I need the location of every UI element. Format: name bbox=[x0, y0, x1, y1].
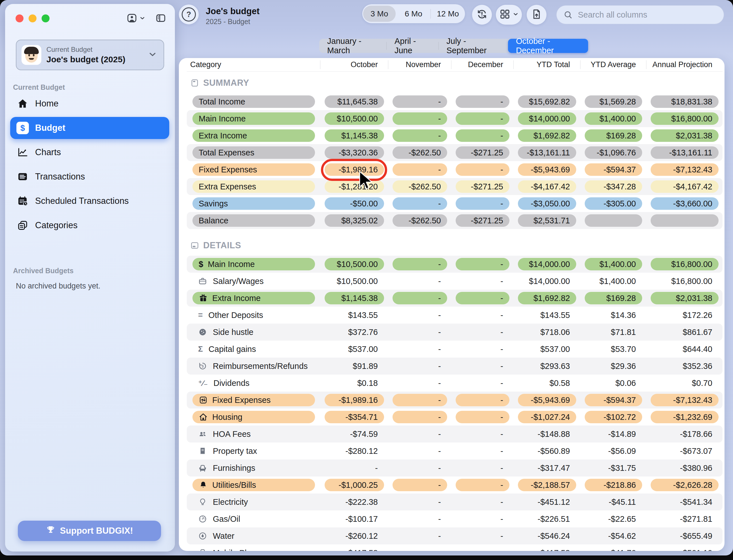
value-cell[interactable]: -$5,943.69 bbox=[513, 161, 580, 178]
value-cell[interactable]: -$102.72 bbox=[580, 409, 646, 426]
value-cell[interactable]: -$7,132.43 bbox=[646, 161, 723, 178]
value-cell[interactable]: $0.58 bbox=[513, 375, 580, 392]
category-cell[interactable]: Side hustle bbox=[187, 324, 320, 341]
value-cell[interactable]: - bbox=[451, 127, 513, 144]
value-cell[interactable]: - bbox=[388, 409, 451, 426]
value-cell[interactable]: -$5,943.69 bbox=[513, 392, 580, 409]
value-cell[interactable]: $0.06 bbox=[580, 375, 646, 392]
value-cell[interactable]: $1,569.28 bbox=[580, 93, 646, 110]
column-header-category[interactable]: Category bbox=[187, 58, 320, 71]
value-cell[interactable]: $1,145.38 bbox=[320, 127, 388, 144]
value-cell[interactable]: -$280.12 bbox=[320, 443, 388, 459]
value-cell[interactable]: - bbox=[451, 544, 513, 551]
value-cell[interactable]: -$594.37 bbox=[580, 392, 646, 409]
value-cell[interactable]: - bbox=[388, 443, 451, 459]
category-cell[interactable]: Furnishings bbox=[187, 459, 320, 476]
value-cell[interactable]: $293.63 bbox=[513, 358, 580, 375]
value-cell[interactable]: $372.76 bbox=[320, 324, 388, 341]
category-cell[interactable]: Savings bbox=[187, 195, 320, 212]
value-cell[interactable]: - bbox=[388, 324, 451, 341]
value-cell[interactable]: -$2,188.57 bbox=[513, 476, 580, 493]
table-row-extra-expenses[interactable]: Extra Expenses-$1,281.20-$262.50-$271.25… bbox=[187, 178, 723, 195]
category-cell[interactable]: Property tax bbox=[187, 443, 320, 459]
value-cell[interactable]: -$317.47 bbox=[513, 459, 580, 476]
value-cell[interactable]: $172.26 bbox=[646, 307, 723, 324]
tab-october-december[interactable]: October - December bbox=[508, 39, 588, 53]
column-header-november[interactable]: November bbox=[388, 58, 451, 71]
value-cell[interactable]: $15,692.82 bbox=[513, 93, 580, 110]
profile-menu-button[interactable] bbox=[126, 12, 146, 25]
search-bar[interactable] bbox=[556, 5, 724, 24]
value-cell[interactable]: -$100.17 bbox=[320, 510, 388, 527]
table-row-other-deposits[interactable]: =Other Deposits$143.55--$143.55$14.36$17… bbox=[187, 307, 723, 324]
table-row-fixed-expenses[interactable]: Fixed Expenses-$1,989.16---$5,943.69-$59… bbox=[187, 161, 723, 178]
value-cell[interactable]: -$50.00 bbox=[320, 195, 388, 212]
value-cell[interactable]: -$262.50 bbox=[388, 178, 451, 195]
value-cell[interactable]: - bbox=[451, 324, 513, 341]
category-cell[interactable]: Utilities/Bills bbox=[187, 476, 320, 493]
value-cell[interactable]: - bbox=[451, 110, 513, 127]
category-cell[interactable]: Balance bbox=[187, 212, 320, 229]
value-cell[interactable]: - bbox=[451, 443, 513, 459]
sidebar-item-budget[interactable]: $Budget bbox=[10, 117, 169, 139]
value-cell[interactable]: - bbox=[451, 256, 513, 273]
table-row-water[interactable]: Water-$260.12---$546.24-$54.62-$655.49 bbox=[187, 527, 723, 544]
value-cell[interactable]: $10,500.00 bbox=[320, 256, 388, 273]
value-cell[interactable]: $537.00 bbox=[320, 341, 388, 358]
value-cell[interactable]: -$1,232.69 bbox=[646, 409, 723, 426]
value-cell[interactable]: $1,400.00 bbox=[580, 256, 646, 273]
sidebar-item-scheduled-transactions[interactable]: Scheduled Transactions bbox=[10, 190, 169, 212]
sidebar-toggle-icon[interactable] bbox=[155, 12, 166, 25]
value-cell[interactable]: -$305.00 bbox=[580, 195, 646, 212]
value-cell[interactable]: - bbox=[388, 127, 451, 144]
value-cell[interactable]: - bbox=[451, 459, 513, 476]
column-header-december[interactable]: December bbox=[451, 58, 513, 71]
value-cell[interactable]: $0.18 bbox=[320, 375, 388, 392]
value-cell[interactable]: - bbox=[451, 307, 513, 324]
category-cell[interactable]: Mobile Phone bbox=[187, 544, 320, 551]
value-cell[interactable]: -$417.58 bbox=[320, 544, 388, 551]
value-cell[interactable]: -$31.75 bbox=[580, 459, 646, 476]
value-cell[interactable]: - bbox=[451, 409, 513, 426]
value-cell[interactable]: -$1,000.25 bbox=[320, 476, 388, 493]
value-cell[interactable]: -$1,027.24 bbox=[513, 409, 580, 426]
value-cell[interactable]: -$226.51 bbox=[513, 510, 580, 527]
value-cell[interactable]: $1,400.00 bbox=[580, 110, 646, 127]
value-cell[interactable]: - bbox=[451, 341, 513, 358]
value-cell[interactable]: - bbox=[451, 493, 513, 510]
value-cell[interactable]: $10,500.00 bbox=[320, 273, 388, 290]
table-row-reimbursements-refunds[interactable]: $Reimbursements/Refunds$91.89--$293.63$2… bbox=[187, 358, 723, 375]
value-cell[interactable]: $1,692.82 bbox=[513, 127, 580, 144]
table-row-property-tax[interactable]: Property tax-$280.12---$560.89-$56.09-$6… bbox=[187, 443, 723, 459]
value-cell[interactable]: - bbox=[451, 527, 513, 544]
value-cell[interactable]: $537.00 bbox=[513, 341, 580, 358]
value-cell[interactable]: -$546.24 bbox=[513, 527, 580, 544]
column-header-ytd-total[interactable]: YTD Total bbox=[513, 58, 580, 71]
table-row-hoa-fees[interactable]: HOA Fees-$74.59---$148.88-$14.89-$178.66 bbox=[187, 426, 723, 443]
value-cell[interactable]: - bbox=[388, 426, 451, 443]
value-cell[interactable]: $14,000.00 bbox=[513, 110, 580, 127]
value-cell[interactable]: $169.28 bbox=[580, 290, 646, 307]
category-cell[interactable]: Gas/Oil bbox=[187, 510, 320, 527]
value-cell[interactable]: - bbox=[451, 93, 513, 110]
zoom-button[interactable] bbox=[42, 14, 50, 22]
value-cell[interactable]: -$54.62 bbox=[580, 527, 646, 544]
table-row-gas-oil[interactable]: Gas/Oil-$100.17---$226.51-$22.65-$271.81 bbox=[187, 510, 723, 527]
table-row-total-expenses[interactable]: Total Expenses-$3,320.36-$262.50-$271.25… bbox=[187, 144, 723, 161]
value-cell[interactable]: $91.89 bbox=[320, 358, 388, 375]
value-cell[interactable] bbox=[580, 212, 646, 229]
table-row-dividends[interactable]: ⁺⁄₋Dividends$0.18--$0.58$0.06$0.70 bbox=[187, 375, 723, 392]
table-row-side-hustle[interactable]: Side hustle$372.76--$718.06$71.81$861.67 bbox=[187, 324, 723, 341]
value-cell[interactable]: -$541.34 bbox=[646, 493, 723, 510]
value-cell[interactable]: $18,831.38 bbox=[646, 93, 723, 110]
value-cell[interactable]: $14,000.00 bbox=[513, 256, 580, 273]
sidebar-item-home[interactable]: Home bbox=[10, 93, 169, 115]
category-cell[interactable]: ⁺⁄₋Dividends bbox=[187, 375, 320, 392]
category-cell[interactable]: Fixed Expenses bbox=[187, 392, 320, 409]
table-row-salary-wages[interactable]: Salary/Wages$10,500.00--$14,000.00$1,400… bbox=[187, 273, 723, 290]
value-cell[interactable]: - bbox=[388, 161, 451, 178]
layout-menu-button[interactable] bbox=[496, 5, 522, 25]
value-cell[interactable]: -$45.11 bbox=[580, 493, 646, 510]
value-cell[interactable]: -$271.81 bbox=[646, 510, 723, 527]
value-cell[interactable]: - bbox=[388, 392, 451, 409]
